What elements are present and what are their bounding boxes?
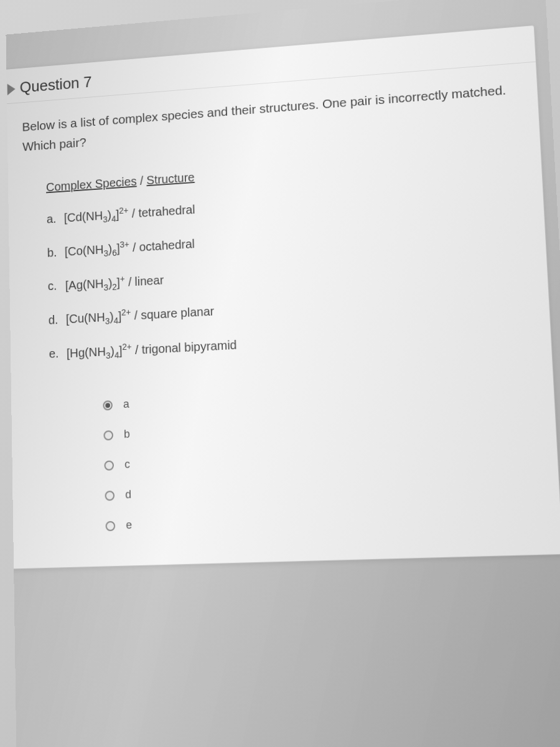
species-formula: [Ag(NH3)2]+ / linear: [65, 271, 164, 294]
question-body: Below is a list of complex species and t…: [6, 62, 560, 569]
radio-button[interactable]: [106, 521, 116, 531]
species-row-label: b.: [47, 245, 65, 260]
radio-button[interactable]: [104, 461, 114, 471]
question-card: Question 7 Below is a list of complex sp…: [6, 25, 560, 570]
radio-button[interactable]: [103, 400, 113, 410]
species-row: e.[Hg(NH3)4]2+ / trigonal bipyramid: [49, 321, 528, 363]
flag-icon[interactable]: [7, 83, 16, 95]
option-label: e: [126, 519, 132, 532]
species-row-label: c.: [48, 278, 65, 293]
species-formula: [Cd(NH3)4]2+ / tetrahedral: [64, 201, 195, 227]
option-label: d: [125, 489, 131, 502]
species-row-label: e.: [49, 347, 67, 362]
radio-button[interactable]: [103, 430, 113, 440]
species-row: d.[Cu(NH3)4]2+ / square planar: [49, 285, 526, 329]
radio-button[interactable]: [105, 491, 114, 500]
species-row-label: d.: [49, 312, 67, 327]
option-label: a: [123, 398, 129, 411]
answer-options: abcde: [103, 371, 538, 542]
species-formula: [Hg(NH3)4]2+ / trigonal bipyramid: [67, 336, 237, 362]
col-complex-species: Complex Species: [46, 175, 137, 194]
option-label: c: [124, 458, 130, 471]
species-formula: [Co(NH3)6]3+ / octahedral: [65, 235, 195, 261]
species-row-label: a.: [47, 212, 64, 227]
option-label: b: [124, 428, 130, 441]
species-list: a.[Cd(NH3)4]2+ / tetrahedralb.[Co(NH3)6]…: [47, 179, 528, 363]
col-structure: Structure: [146, 171, 195, 187]
species-formula: [Cu(NH3)4]2+ / square planar: [66, 303, 215, 328]
question-title: Question 7: [20, 73, 92, 96]
